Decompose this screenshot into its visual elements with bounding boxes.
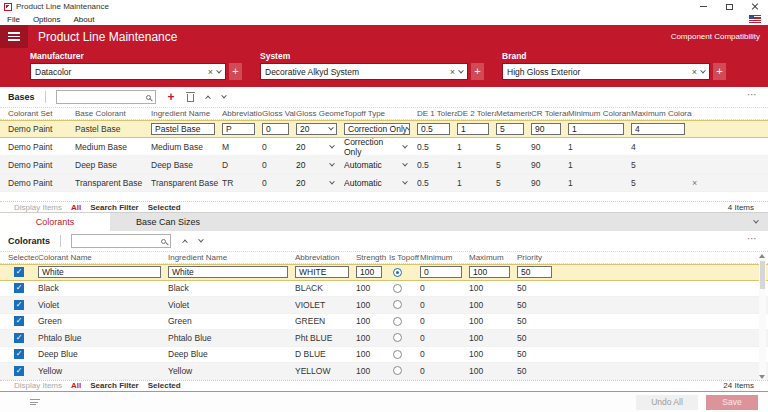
dropdown-caret-icon[interactable] [458,67,464,73]
dropdown-caret-icon[interactable] [329,160,335,166]
menu-file[interactable]: File [7,15,20,24]
colorants-table-row[interactable]: ✓BlackBlackBLACK100010050 [0,281,768,298]
hamburger-menu-button[interactable] [0,25,28,48]
dropdown-caret-icon[interactable] [216,67,222,73]
column-header-ingredient-name[interactable]: Ingredient Name [151,109,222,118]
clear-icon[interactable]: × [446,67,459,77]
system-combobox[interactable]: Decorative Alkyd System× [260,63,468,80]
component-compatibility-link[interactable]: Component Compatibility [671,32,760,41]
colorants-table-row[interactable]: ✓VioletVioletVIOLET100010050 [0,297,768,314]
is-topoff-radio[interactable] [393,317,402,326]
dropdown-caret-icon[interactable] [329,178,335,184]
minimum-input[interactable]: 0 [420,266,462,278]
colorants-table-row[interactable]: ✓WhiteWhiteWHITE100010050 [0,264,768,281]
column-header-minimum[interactable]: Minimum [420,253,469,262]
strength-input[interactable]: 100 [356,266,382,278]
dropdown-caret-icon[interactable] [402,160,408,166]
add-brand-button[interactable]: + [713,63,726,80]
minimum-colorants-input[interactable]: 1 [568,123,624,135]
ingredient-name-input[interactable]: White [168,266,288,278]
colorant-name-input[interactable]: White [38,266,161,278]
column-header-cr-tolerance[interactable]: CR Tolerance [531,109,568,118]
column-header-de-1-tolerance[interactable]: DE 1 Tolerance [417,109,457,118]
manufacturer-combobox[interactable]: Datacolor× [30,63,226,80]
menu-about[interactable]: About [73,15,94,24]
gloss-value-input[interactable]: 0 [262,123,289,135]
column-header-strength[interactable]: Strength [356,253,389,262]
dropdown-caret-icon[interactable] [402,178,408,184]
is-topoff-radio[interactable] [393,350,402,359]
bases-table-row[interactable]: Demo PaintTransparent BaseTransparent Ba… [0,174,768,192]
column-header-gloss-geometry[interactable]: Gloss Geometry [296,109,344,118]
column-header-minimum-colorants[interactable]: Minimum Colorants [568,109,631,118]
move-down-button[interactable] [222,95,226,99]
topoff-type-dropdown[interactable]: Correction Only [344,123,410,135]
is-topoff-radio[interactable] [393,284,402,293]
column-header-abbreviation[interactable]: Abbreviation [295,253,356,262]
clear-icon[interactable]: × [688,67,701,77]
priority-input[interactable]: 50 [517,266,552,278]
selected-checkbox[interactable]: ✓ [14,316,24,326]
filter-option-all[interactable]: All [71,203,81,212]
dropdown-caret-icon[interactable] [329,142,335,148]
maximum-input[interactable]: 100 [469,266,510,278]
colorants-table-row[interactable]: ✓YellowYellowYELLOW100010050 [0,363,768,380]
brand-combobox[interactable]: High Gloss Exterior× [502,63,710,80]
filter-option-selected[interactable]: Selected [148,381,181,390]
selected-checkbox[interactable]: ✓ [14,267,24,277]
is-topoff-radio[interactable] [393,333,402,342]
cr-tolerance-input[interactable]: 90 [531,123,561,135]
clear-icon[interactable]: × [204,67,217,77]
column-header-selected[interactable]: Selected [8,253,38,262]
save-button[interactable]: Save [706,395,758,410]
column-header-colorant-name[interactable]: Colorant Name [38,253,168,262]
tab-base-can-sizes[interactable]: Base Can Sizes [110,213,226,231]
is-topoff-radio[interactable] [393,268,402,277]
abbreviation-input[interactable]: P [222,123,255,135]
selected-checkbox[interactable]: ✓ [14,366,24,376]
scroll-down-icon[interactable] [759,375,765,379]
filter-option-selected[interactable]: Selected [148,203,181,212]
bases-table-row[interactable]: Demo PaintPastel BasePastel BaseP020Corr… [0,120,768,138]
column-header-is-topoff[interactable]: Is Topoff [389,253,420,262]
is-topoff-radio[interactable] [393,366,402,375]
dropdown-caret-icon[interactable] [328,125,334,131]
de-2-tolerance-input[interactable]: 1 [457,123,489,135]
close-button[interactable] [742,0,768,13]
selected-checkbox[interactable]: ✓ [14,333,24,343]
colorants-table-row[interactable]: ✓Phtalo BluePhtalo BluePht BLUE100010050 [0,330,768,347]
filter-option-search-filter[interactable]: Search Filter [90,203,138,212]
bases-table-row[interactable]: Demo PaintMedium BaseMedium BaseM020Corr… [0,138,768,156]
selected-checkbox[interactable]: ✓ [14,283,24,293]
move-up-button[interactable] [183,239,187,243]
colorants-scrollbar[interactable] [759,253,766,380]
maximize-button[interactable] [716,0,742,13]
colorants-table-row[interactable]: ✓Deep BlueDeep BlueD BLUE100010050 [0,347,768,364]
colorants-table-row[interactable]: ✓GreenGreenGREEN100010050 [0,314,768,331]
selected-checkbox[interactable]: ✓ [14,300,24,310]
move-up-button[interactable] [206,95,210,99]
column-header-topoff-type[interactable]: Topoff Type [344,109,417,118]
tab-colorants[interactable]: Colorants [0,213,110,231]
scrollbar-thumb[interactable] [760,261,765,289]
column-header-colorant-set[interactable]: Colorant Set [8,109,75,118]
selected-checkbox[interactable]: ✓ [14,349,24,359]
column-header-base-colorant[interactable]: Base Colorant [75,109,151,118]
add-manufacturer-button[interactable]: + [229,63,242,80]
column-header-metamerism[interactable]: Metamerism [496,109,531,118]
undo-all-button[interactable]: Undo All [636,395,698,410]
scroll-up-icon[interactable] [759,254,765,258]
dropdown-caret-icon[interactable] [402,142,408,148]
colorants-more-options-button[interactable]: ⋯ [747,233,758,244]
colorants-search-input[interactable] [71,234,171,248]
filter-option-all[interactable]: All [71,381,81,390]
add-base-button[interactable]: + [168,92,175,102]
move-down-button[interactable] [199,239,203,243]
filter-option-search-filter[interactable]: Search Filter [90,381,138,390]
bases-search-input[interactable] [56,90,156,104]
column-header-maximum[interactable]: Maximum [469,253,517,262]
bases-table-row[interactable]: Demo PaintDeep BaseDeep BaseD020Automati… [0,156,768,174]
is-topoff-radio[interactable] [393,300,402,309]
bases-more-options-button[interactable]: ⋯ [747,89,758,100]
metamerism-input[interactable]: 5 [496,123,524,135]
